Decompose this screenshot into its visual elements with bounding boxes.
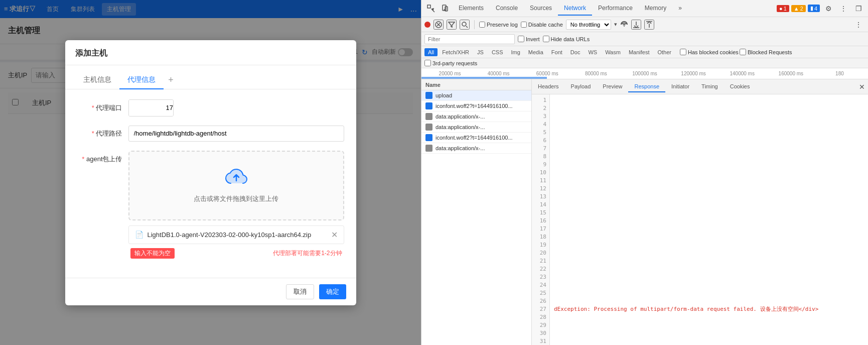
timeline-labels: 20000 ms 40000 ms 60000 ms 80000 ms 1000… xyxy=(421,71,868,76)
ln-10: 10 xyxy=(532,169,549,177)
export-har-btn[interactable] xyxy=(644,20,654,30)
ln-29: 29 xyxy=(532,321,549,329)
third-party-checkbox[interactable]: 3rd-party requests xyxy=(424,60,477,66)
net-item-upload[interactable]: upload xyxy=(421,90,531,101)
blocked-requests-checkbox[interactable]: Blocked Requests xyxy=(740,49,792,55)
ln-6: 6 xyxy=(532,137,549,145)
filter-type-other[interactable]: Other xyxy=(654,48,675,56)
upload-area[interactable]: 点击或将文件拖拽到这里上传 xyxy=(128,151,344,220)
response-line-1 xyxy=(554,96,864,104)
confirm-btn[interactable]: 确定 xyxy=(319,284,346,299)
throttling-select[interactable]: No throttling xyxy=(566,20,611,30)
filter-type-font[interactable]: Font xyxy=(548,48,566,56)
detail-close-btn[interactable]: ✕ xyxy=(856,81,868,93)
response-line-23 xyxy=(554,273,864,281)
dt-right-icons: ● 1 ▲ 2 ▮ 4 ⚙ ⋮ ❐ xyxy=(777,2,865,15)
line-numbers: 1 2 3 4 5 6 7 8 9 10 11 12 13 14 xyxy=(532,94,550,345)
ln-4: 4 xyxy=(532,121,549,129)
response-line-2 xyxy=(554,104,864,112)
devtools-more-icon[interactable]: ⋮ xyxy=(837,2,850,15)
modal-tab-add[interactable]: + xyxy=(164,72,179,87)
response-line-22 xyxy=(554,265,864,273)
detail-tab-cookies[interactable]: Cookies xyxy=(724,81,756,92)
filter-input[interactable] xyxy=(424,34,515,44)
import-har-btn[interactable] xyxy=(631,20,641,30)
net-item-name-5: data:application/x-... xyxy=(436,145,485,151)
invert-checkbox[interactable]: Invert xyxy=(518,36,540,42)
detail-tab-initiator[interactable]: Initiator xyxy=(665,81,695,92)
devtools: Elements Console Sources Network Perform… xyxy=(421,0,868,345)
preserve-log-input[interactable] xyxy=(479,22,485,28)
tl-label-6: 140000 ms xyxy=(718,71,767,76)
throttling-dropdown-icon: ▾ xyxy=(614,21,617,28)
third-party-input[interactable] xyxy=(424,60,431,66)
devtools-undock-icon[interactable]: ❐ xyxy=(852,2,865,15)
blocked-requests-input[interactable] xyxy=(740,49,746,55)
detail-tab-headers[interactable]: Headers xyxy=(532,81,565,92)
net-item-5[interactable]: data:application/x-... xyxy=(421,143,531,154)
filter-type-img[interactable]: Img xyxy=(508,48,524,56)
detail-tab-timing[interactable]: Timing xyxy=(695,81,724,92)
net-item-1[interactable]: iconfont.woff2?t=1644916100... xyxy=(421,101,531,111)
proxy-path-input[interactable] xyxy=(128,126,344,142)
devtools-device-icon[interactable] xyxy=(439,2,452,15)
net-item-name-4: iconfont.woff2?t=1644916100... xyxy=(436,135,513,141)
ln-13: 13 xyxy=(532,193,549,201)
filter-type-all[interactable]: All xyxy=(424,48,438,56)
filter-btn[interactable] xyxy=(447,20,457,30)
dt-tab-console[interactable]: Console xyxy=(490,2,524,16)
devtools-inspect-icon[interactable] xyxy=(424,2,438,15)
invert-input[interactable] xyxy=(518,36,524,42)
net-item-name-1: iconfont.woff2?t=1644916100... xyxy=(436,103,513,109)
proxy-path-label: * 代理路径 xyxy=(77,129,122,138)
dt-tab-memory[interactable]: Memory xyxy=(639,2,672,16)
response-line-16 xyxy=(554,217,864,225)
has-blocked-cookies-checkbox[interactable]: Has blocked cookies xyxy=(680,49,739,55)
filter-type-wasm[interactable]: Wasm xyxy=(602,48,624,56)
filter-type-fetch-xhr[interactable]: Fetch/XHR xyxy=(439,48,473,56)
net-item-icon-1 xyxy=(425,102,432,109)
net-item-3[interactable]: data:application/x-... xyxy=(421,122,531,133)
proxy-port-input[interactable] xyxy=(129,100,174,116)
record-btn[interactable] xyxy=(424,22,430,28)
modal-tab-host-info[interactable]: 主机信息 xyxy=(75,71,119,89)
dt-tab-more[interactable]: » xyxy=(672,2,688,16)
devtools-settings-icon[interactable]: ⚙ xyxy=(822,2,835,15)
has-blocked-cookies-input[interactable] xyxy=(680,49,686,55)
hide-data-urls-input[interactable] xyxy=(543,36,549,42)
filter-type-doc[interactable]: Doc xyxy=(567,48,584,56)
preserve-log-checkbox[interactable]: Preserve log xyxy=(479,22,518,28)
detail-tab-payload[interactable]: Payload xyxy=(565,81,597,92)
filter-type-manifest[interactable]: Manifest xyxy=(625,48,653,56)
net-item-4[interactable]: iconfont.woff2?t=1644916100... xyxy=(421,133,531,143)
upload-hint-text: 点击或将文件拖拽到这里上传 xyxy=(139,194,333,203)
ln-20: 20 xyxy=(532,249,549,257)
detail-tab-preview[interactable]: Preview xyxy=(597,81,628,92)
clear-log-btn[interactable] xyxy=(433,20,444,30)
response-line-29 xyxy=(554,321,864,329)
dt-tab-sources[interactable]: Sources xyxy=(524,2,558,16)
filter-type-js[interactable]: JS xyxy=(474,48,487,56)
search-network-btn[interactable] xyxy=(460,20,470,30)
net-item-2[interactable]: data:application/x-... xyxy=(421,111,531,122)
dt-tab-performance[interactable]: Performance xyxy=(592,2,639,16)
cancel-btn[interactable]: 取消 xyxy=(286,284,314,299)
detail-tab-response[interactable]: Response xyxy=(628,81,665,92)
filter-type-media[interactable]: Media xyxy=(525,48,547,56)
modal-tab-proxy-info[interactable]: 代理信息 xyxy=(119,71,164,89)
disable-cache-input[interactable] xyxy=(521,22,527,28)
dt-tab-elements[interactable]: Elements xyxy=(453,2,490,16)
file-close-btn[interactable]: ✕ xyxy=(331,230,338,240)
proxy-port-spinner: ▲ ▼ xyxy=(128,99,174,117)
response-line-25 xyxy=(554,289,864,297)
devtools-right-action[interactable]: ⋮ xyxy=(852,18,865,31)
net-toolbar: Preserve log Disable cache No throttling… xyxy=(421,17,868,32)
hide-data-urls-checkbox[interactable]: Hide data URLs xyxy=(543,36,590,42)
filter-type-ws[interactable]: WS xyxy=(585,48,601,56)
agent-upload-row: * agent包上传 xyxy=(77,151,344,259)
disable-cache-checkbox[interactable]: Disable cache xyxy=(521,22,563,28)
filter-type-css[interactable]: CSS xyxy=(488,48,507,56)
error-badge: ● 1 xyxy=(777,5,789,12)
response-text-area[interactable]: dException: Processing of multipart/form… xyxy=(550,94,868,345)
dt-tab-network[interactable]: Network xyxy=(558,2,592,16)
